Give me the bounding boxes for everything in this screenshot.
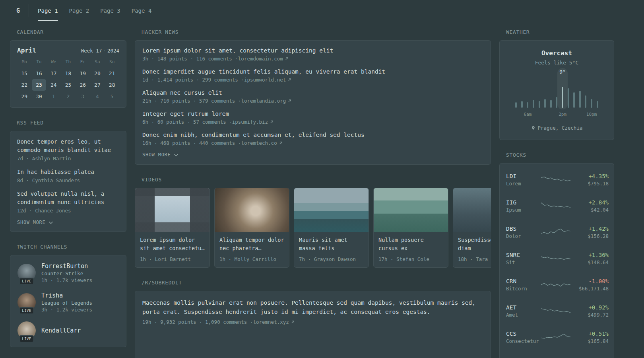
- hn-domain-link[interactable]: ipsumworld.net: [244, 77, 286, 83]
- channel-category[interactable]: Counter-Strike: [41, 270, 92, 276]
- weather-condition: Overcast: [508, 49, 606, 57]
- stock-name: Amet: [506, 312, 541, 318]
- video-title[interactable]: Aliquam tempor dolor nec pharetra…: [219, 236, 284, 253]
- video-meta: 1h · Molly Carrillo: [219, 256, 284, 262]
- rss-item-title[interactable]: Sed volutpat nulla nisl, a condimentum n…: [17, 190, 119, 206]
- app-logo[interactable]: G: [10, 4, 29, 17]
- external-link-icon: [291, 320, 295, 324]
- stock-identity: CRN Bitcorn: [506, 278, 541, 292]
- stock-row[interactable]: DBS Dolor +1.42% $156.28: [506, 219, 607, 245]
- calendar-day: 24: [46, 79, 61, 91]
- video-card[interactable]: Lorem ipsum dolor sit amet consectetu… 1…: [135, 188, 210, 268]
- channel-info: KendallCarr: [41, 327, 81, 334]
- day-header: Su: [105, 59, 119, 64]
- calendar-year: 2024: [107, 48, 119, 54]
- stock-change: +2.84%: [570, 199, 609, 206]
- calendar-day: 22: [17, 79, 32, 91]
- day-header: Mo: [17, 59, 32, 64]
- video-title[interactable]: Nullam posuere cursus ex: [378, 236, 443, 253]
- weather-hour-bar: [583, 80, 589, 108]
- video-card[interactable]: Suspendisse diam 18h · Tara: [453, 188, 491, 268]
- stock-price: $42.04: [570, 207, 609, 213]
- rss-item-meta: 8d · Cynthia Saunders: [17, 177, 119, 183]
- calendar-card: April Week 17·2024 Mo Tu We Th Fr Sa Su …: [10, 40, 126, 108]
- video-title[interactable]: Suspendisse diam: [458, 236, 491, 253]
- stock-row[interactable]: AET Amet +0.92% $499.72: [506, 298, 607, 324]
- video-info: Aliquam tempor dolor nec pharetra… 1h · …: [215, 232, 289, 267]
- stock-row[interactable]: AHS +0.46%: [506, 350, 607, 358]
- hn-item-title[interactable]: Lorem ipsum dolor sit amet, consectetur …: [142, 47, 483, 54]
- rss-item-title[interactable]: Donec tempor eros leo, ut commodo mauris…: [17, 138, 119, 154]
- video-title[interactable]: Mauris sit amet massa felis: [299, 236, 364, 253]
- hacker-news-section-title: HACKER NEWS: [142, 29, 491, 35]
- channel-name[interactable]: KendallCarr: [41, 327, 81, 334]
- subreddit-domain-link[interactable]: loremnet.xyz: [253, 319, 289, 325]
- chevron-down-icon: [174, 154, 178, 156]
- stock-name: Ipsum: [506, 207, 541, 213]
- external-link-icon: [288, 99, 291, 103]
- tab-page-1[interactable]: Page 1: [32, 0, 64, 21]
- tab-page-3[interactable]: Page 3: [95, 0, 126, 21]
- stock-change: +4.35%: [570, 173, 609, 179]
- tab-page-2[interactable]: Page 2: [64, 0, 95, 21]
- stock-sparkline: [541, 253, 570, 265]
- channel-name[interactable]: Trisha: [41, 292, 92, 299]
- rss-show-more-button[interactable]: SHOW MORE: [17, 220, 119, 225]
- hn-domain-link[interactable]: loremdomain.com: [238, 56, 283, 62]
- stock-price: $156.28: [570, 233, 609, 239]
- show-more-label: SHOW MORE: [17, 220, 46, 225]
- twitch-channels-widget: TWITCH CHANNELS LIVE ForrestBurton Count…: [10, 244, 126, 347]
- hn-domain-link[interactable]: loremtech.co: [241, 140, 277, 146]
- videos-carousel[interactable]: Lorem ipsum dolor sit amet consectetu… 1…: [135, 188, 491, 268]
- hn-item-title[interactable]: Donec imperdiet augue tincidunt felis al…: [142, 68, 483, 75]
- video-thumbnail: [374, 188, 448, 232]
- day-header: Tu: [32, 59, 47, 64]
- calendar-separator: ·: [102, 48, 107, 54]
- tab-page-4[interactable]: Page 4: [126, 0, 157, 21]
- stock-ticker: DBS: [506, 226, 541, 232]
- day-header: Th: [61, 59, 76, 64]
- weather-time-label: 10pm: [586, 112, 597, 117]
- stock-row[interactable]: CCS Consectetur +0.51% $165.84: [506, 324, 607, 350]
- subreddit-post-title[interactable]: Maecenas mollis pulvinar erat non posuer…: [142, 298, 483, 317]
- channel-category[interactable]: League of Legends: [41, 300, 92, 306]
- subreddit-meta-text: 19h · 9,932 points · 1,090 comments ·: [142, 319, 253, 325]
- subreddit-post-meta: 19h · 9,932 points · 1,090 comments · lo…: [142, 319, 483, 325]
- hn-item-title[interactable]: Donec enim nibh, condimentum et accumsan…: [142, 132, 483, 138]
- weather-location: Prague, Czechia: [508, 125, 606, 131]
- stock-identity: SNRC Sit: [506, 252, 541, 265]
- stock-sparkline: [541, 305, 570, 317]
- calendar-day: 17: [46, 68, 61, 79]
- twitch-channel[interactable]: LIVE Trisha League of Legends 3h · 1.2k …: [17, 292, 119, 313]
- dashboard-columns: CALENDAR April Week 17·2024 Mo Tu We Th …: [10, 29, 614, 358]
- video-card[interactable]: Nullam posuere cursus ex 17h · Stefan Co…: [373, 188, 448, 268]
- stock-price: $795.18: [570, 181, 609, 187]
- video-card[interactable]: Mauris sit amet massa felis 7h · Grayson…: [294, 188, 369, 268]
- hn-meta-text: 6h · 60 points · 57 comments ·: [142, 119, 232, 125]
- hn-item-title[interactable]: Aliquam nec cursus elit: [142, 90, 483, 96]
- hn-item-title[interactable]: Integer eget rutrum lorem: [142, 111, 483, 117]
- day-header: We: [46, 59, 61, 64]
- channel-name[interactable]: ForrestBurton: [41, 263, 92, 270]
- external-link-icon: [285, 57, 289, 60]
- stock-row[interactable]: IIG Ipsum +2.84% $42.04: [506, 193, 607, 219]
- weather-hour-bar: [531, 80, 537, 108]
- weather-bars: [513, 80, 600, 108]
- stock-row[interactable]: CRN Bitcorn -1.00% $66,171.48: [506, 272, 607, 298]
- stock-row[interactable]: SNRC Sit +1.36% $148.64: [506, 245, 607, 272]
- weather-hour-bar: [536, 80, 542, 108]
- hn-show-more-button[interactable]: SHOW MORE: [142, 152, 483, 158]
- stocks-section-title: STOCKS: [506, 152, 614, 158]
- calendar-day: 5: [105, 91, 119, 102]
- hn-domain-link[interactable]: loremlandia.org: [241, 98, 286, 104]
- video-card[interactable]: Aliquam tempor dolor nec pharetra… 1h · …: [214, 188, 289, 268]
- twitch-channel[interactable]: LIVE KendallCarr: [17, 321, 119, 340]
- twitch-channel[interactable]: LIVE ForrestBurton Counter-Strike 1h · 1…: [17, 263, 119, 283]
- calendar-day: 1: [46, 91, 61, 102]
- video-title[interactable]: Lorem ipsum dolor sit amet consectetu…: [140, 236, 205, 253]
- calendar-day: 3: [76, 91, 90, 102]
- calendar-day: 18: [61, 68, 76, 79]
- stock-row[interactable]: LDI Lorem +4.35% $795.18: [506, 167, 607, 193]
- rss-item-title[interactable]: In hac habitasse platea: [17, 168, 119, 176]
- hn-domain-link[interactable]: ipsumify.biz: [232, 119, 268, 125]
